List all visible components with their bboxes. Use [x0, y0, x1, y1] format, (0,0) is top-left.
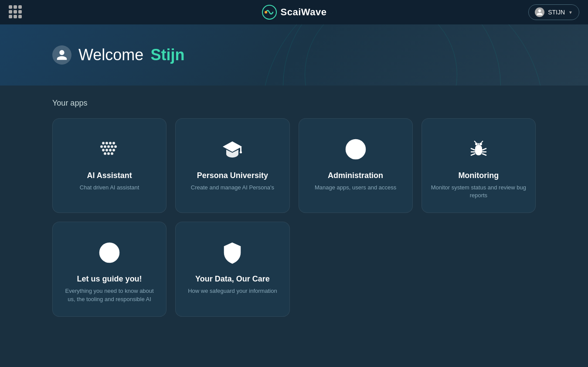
app-card-your-data[interactable]: Your Data, Our Care How we safeguard you…	[175, 222, 289, 316]
guide-title: Let us guide you!	[77, 274, 142, 284]
svg-line-35	[482, 154, 486, 155]
hero-section: Welcome Stijn	[0, 24, 588, 86]
ai-assistant-desc: Chat driven AI assistant	[80, 184, 139, 192]
dots-grid-icon	[96, 136, 122, 162]
grid-menu-icon[interactable]	[9, 5, 23, 19]
persona-university-title: Persona University	[197, 171, 268, 180]
svg-point-23	[354, 146, 357, 149]
scaiwave-logo-icon	[262, 4, 277, 20]
logo-area: ScaiWave	[262, 4, 327, 20]
administration-desc: Manage apps, users and access	[315, 184, 396, 192]
welcome-user-name: Stijn	[150, 46, 184, 64]
apps-grid-row2: Let us guide you! Everything you need to…	[52, 222, 536, 316]
svg-line-34	[471, 154, 475, 155]
svg-line-46	[232, 254, 233, 254]
user-menu-button[interactable]: STIJN ▼	[528, 4, 579, 20]
navbar-left	[9, 5, 23, 19]
navbar-right: STIJN ▼	[528, 4, 579, 20]
svg-point-1	[265, 11, 267, 14]
svg-point-7	[104, 145, 106, 148]
svg-point-12	[105, 149, 108, 151]
svg-rect-18	[240, 147, 241, 152]
your-data-title: Your Data, Our Care	[195, 274, 270, 284]
app-card-ai-assistant[interactable]: AI Assistant Chat driven AI assistant	[52, 118, 167, 213]
svg-point-14	[112, 149, 115, 151]
svg-point-11	[102, 149, 105, 151]
monitoring-title: Monitoring	[458, 171, 499, 180]
svg-point-5	[112, 142, 115, 144]
svg-line-31	[482, 148, 486, 150]
administration-title: Administration	[328, 171, 383, 180]
svg-point-13	[109, 149, 112, 151]
welcome-label: Welcome	[78, 46, 143, 64]
svg-line-38	[474, 141, 476, 143]
chevron-down-icon: ▼	[568, 10, 573, 15]
main-content: Your apps	[0, 86, 588, 330]
svg-point-15	[104, 152, 106, 155]
welcome-avatar-icon	[52, 45, 71, 65]
bg-circle-3	[261, 24, 544, 86]
user-avatar-icon	[535, 7, 544, 17]
bug-icon	[466, 136, 492, 162]
svg-point-6	[100, 145, 103, 148]
graduation-cap-icon	[219, 136, 245, 162]
svg-point-16	[107, 152, 110, 155]
svg-point-37	[479, 143, 482, 145]
user-name-label: STIJN	[548, 9, 565, 16]
target-person-icon	[343, 136, 369, 162]
svg-point-9	[111, 145, 113, 148]
svg-line-39	[481, 141, 483, 143]
app-card-guide[interactable]: Let us guide you! Everything you need to…	[52, 222, 167, 316]
your-data-desc: How we safeguard your information	[188, 287, 277, 295]
svg-point-2	[102, 142, 105, 144]
svg-point-43	[108, 251, 111, 254]
svg-point-8	[107, 145, 110, 148]
svg-point-4	[109, 142, 112, 144]
app-card-monitoring[interactable]: Monitoring Monitor system status and rev…	[421, 118, 536, 213]
logo-text: ScaiWave	[281, 7, 327, 18]
svg-point-10	[114, 145, 117, 148]
welcome-row: Welcome Stijn	[52, 45, 184, 65]
svg-point-3	[105, 142, 108, 144]
svg-point-44	[229, 250, 232, 254]
app-card-persona-university[interactable]: Persona University Create and manage AI …	[175, 118, 289, 213]
apps-grid-row1: AI Assistant Chat driven AI assistant Pe…	[52, 118, 536, 213]
empty-slot-2	[421, 222, 536, 316]
shield-link-icon	[219, 240, 245, 266]
svg-point-17	[111, 152, 113, 155]
svg-point-19	[240, 151, 242, 154]
guide-desc: Everything you need to know about us, th…	[61, 287, 157, 303]
persona-university-desc: Create and manage AI Persona's	[191, 184, 274, 192]
ai-assistant-title: AI Assistant	[87, 171, 132, 180]
app-card-administration[interactable]: Administration Manage apps, users and ac…	[299, 118, 413, 213]
svg-point-36	[475, 143, 478, 145]
compass-icon	[96, 240, 122, 266]
svg-line-30	[471, 148, 475, 150]
monitoring-desc: Monitor system status and review bug rep…	[431, 184, 527, 199]
svg-rect-28	[475, 145, 482, 155]
empty-slot-1	[299, 222, 413, 316]
navbar: ScaiWave STIJN ▼	[0, 0, 588, 24]
your-apps-title: Your apps	[52, 99, 536, 108]
